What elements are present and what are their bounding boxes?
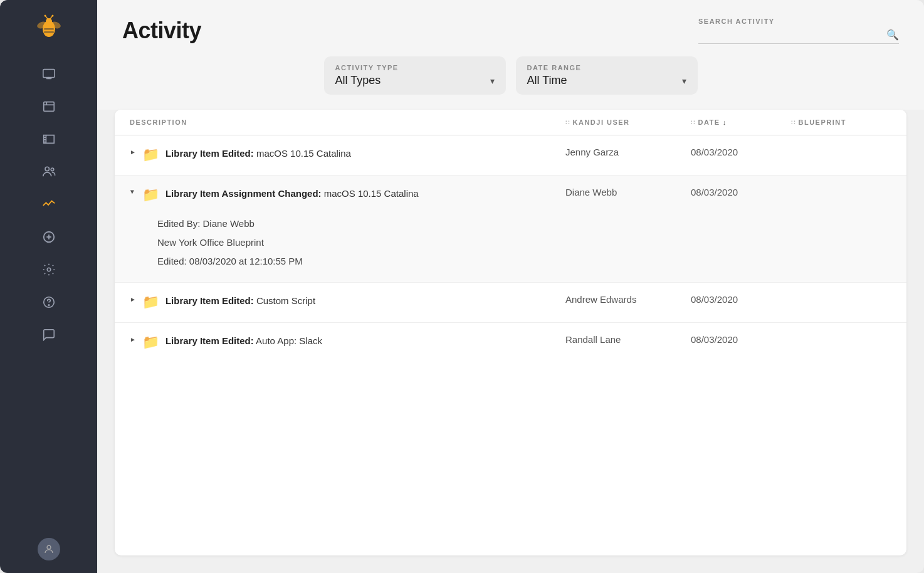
date-range-value-row: All Time ▾ [527, 74, 686, 87]
search-label: SEARCH ACTIVITY [698, 18, 775, 25]
sidebar-nav [0, 60, 97, 538]
description-cell: ► 📁 Library Item Edited: macOS 10.15 Cat… [130, 135, 565, 174]
activity-type-chevron-icon: ▾ [490, 76, 495, 86]
date-range-filter[interactable]: DATE RANGE All Time ▾ [516, 56, 698, 95]
search-icon[interactable]: 🔍 [886, 29, 899, 41]
activity-type-label: ACTIVITY TYPE [335, 64, 495, 71]
svg-point-6 [46, 18, 52, 24]
expand-button[interactable]: ► [129, 189, 136, 196]
sidebar [0, 0, 97, 573]
search-input[interactable] [698, 30, 886, 40]
user-cell: Diane Webb [565, 176, 691, 209]
table-row: ► 📁 Library Item Edited: Custom Script A… [115, 283, 906, 323]
folder-icon: 📁 [142, 187, 159, 203]
description-text: Library Item Assignment Changed: macOS 1… [165, 187, 419, 200]
folder-icon: 📁 [142, 334, 159, 350]
expand-button[interactable]: ► [130, 149, 136, 155]
description-bold: Library Item Assignment Changed: [165, 188, 322, 199]
description-bold: Library Item Edited: [165, 335, 254, 346]
activity-type-filter[interactable]: ACTIVITY TYPE All Types ▾ [324, 56, 506, 95]
main-content: Activity SEARCH ACTIVITY 🔍 ACTIVITY TYPE… [97, 0, 924, 573]
expanded-line: New York Office Blueprint [157, 233, 891, 252]
grid-icon-date: ∷ [691, 119, 696, 126]
user-cell: Andrew Edwards [565, 283, 691, 316]
blueprint-cell [791, 176, 891, 198]
description-text: Library Item Edited: Custom Script [165, 294, 315, 307]
date-range-value: All Time [527, 74, 567, 87]
grid-icon-user: ∷ [565, 119, 570, 126]
sidebar-item-messages[interactable] [35, 321, 63, 349]
svg-point-23 [47, 545, 51, 549]
table-body: ► 📁 Library Item Edited: macOS 10.15 Cat… [115, 135, 906, 555]
svg-rect-11 [43, 70, 54, 78]
activity-table: DESCRIPTION ∷ KANDJI USER ∷ DATE ↓ ∷ BLU… [115, 110, 906, 555]
svg-point-9 [44, 15, 46, 17]
header: Activity SEARCH ACTIVITY 🔍 [97, 0, 924, 56]
blueprint-cell [791, 283, 891, 305]
svg-point-15 [45, 167, 49, 171]
table-row: ► 📁 Library Item Edited: Auto App: Slack… [115, 323, 906, 363]
svg-rect-12 [43, 102, 54, 112]
blueprint-cell [791, 323, 891, 345]
sidebar-item-library[interactable] [35, 93, 63, 120]
date-cell: 08/03/2020 [691, 323, 791, 356]
date-cell: 08/03/2020 [691, 176, 791, 209]
col-header-date[interactable]: ∷ DATE ↓ [691, 118, 791, 126]
activity-type-value: All Types [335, 74, 381, 87]
blueprint-cell [791, 135, 891, 158]
filters-row: ACTIVITY TYPE All Types ▾ DATE RANGE All… [97, 56, 924, 110]
table-row: ► 📁 Library Item Edited: macOS 10.15 Cat… [115, 135, 906, 176]
expand-button[interactable]: ► [130, 336, 136, 343]
expand-button[interactable]: ► [130, 296, 136, 303]
svg-rect-5 [44, 31, 54, 33]
sidebar-item-add[interactable] [35, 223, 63, 251]
date-range-chevron-icon: ▾ [682, 76, 686, 86]
expanded-content: Edited By: Diane Webb New York Office Bl… [130, 214, 891, 282]
svg-point-20 [47, 268, 51, 271]
sidebar-item-help[interactable] [35, 288, 63, 316]
expanded-line: Edited: 08/03/2020 at 12:10:55 PM [157, 252, 891, 271]
description-text: Library Item Edited: Auto App: Slack [165, 334, 322, 347]
date-range-label: DATE RANGE [527, 64, 686, 71]
folder-icon: 📁 [142, 147, 159, 163]
svg-rect-4 [44, 28, 54, 30]
date-cell: 08/03/2020 [691, 135, 791, 169]
sidebar-item-settings[interactable] [35, 256, 63, 283]
search-input-row: 🔍 [698, 29, 899, 44]
grid-icon-blueprint: ∷ [791, 119, 796, 126]
description-cell: ► 📁 Library Item Assignment Changed: mac… [130, 176, 565, 214]
col-header-user: ∷ KANDJI USER [565, 118, 691, 126]
svg-point-10 [51, 15, 53, 17]
description-cell: ► 📁 Library Item Edited: Custom Script [130, 283, 565, 322]
sidebar-item-devices[interactable] [35, 60, 63, 88]
sidebar-bottom [38, 538, 60, 560]
page-title: Activity [122, 18, 201, 44]
col-header-description: DESCRIPTION [130, 118, 565, 126]
svg-point-16 [51, 168, 54, 171]
search-area: SEARCH ACTIVITY 🔍 [698, 18, 899, 44]
user-cell: Jenny Garza [565, 135, 691, 169]
folder-icon: 📁 [142, 294, 159, 310]
col-header-blueprint: ∷ BLUEPRINT [791, 118, 891, 126]
expanded-line: Edited By: Diane Webb [157, 214, 891, 233]
description-bold: Library Item Edited: [165, 295, 254, 306]
table-row: ► 📁 Library Item Assignment Changed: mac… [115, 176, 906, 283]
description-cell: ► 📁 Library Item Edited: Auto App: Slack [130, 323, 565, 362]
sort-arrow-icon: ↓ [723, 118, 727, 126]
description-text: Library Item Edited: macOS 10.15 Catalin… [165, 147, 351, 160]
svg-point-22 [48, 305, 49, 305]
description-bold: Library Item Edited: [165, 148, 254, 159]
sidebar-item-blueprints[interactable] [35, 125, 63, 153]
user-cell: Randall Lane [565, 323, 691, 356]
sidebar-item-users[interactable] [35, 158, 63, 186]
sidebar-item-activity[interactable] [35, 191, 63, 218]
table-header: DESCRIPTION ∷ KANDJI USER ∷ DATE ↓ ∷ BLU… [115, 110, 906, 135]
date-cell: 08/03/2020 [691, 283, 791, 316]
activity-type-value-row: All Types ▾ [335, 74, 495, 87]
app-logo[interactable] [34, 13, 64, 43]
user-avatar[interactable] [38, 538, 60, 560]
